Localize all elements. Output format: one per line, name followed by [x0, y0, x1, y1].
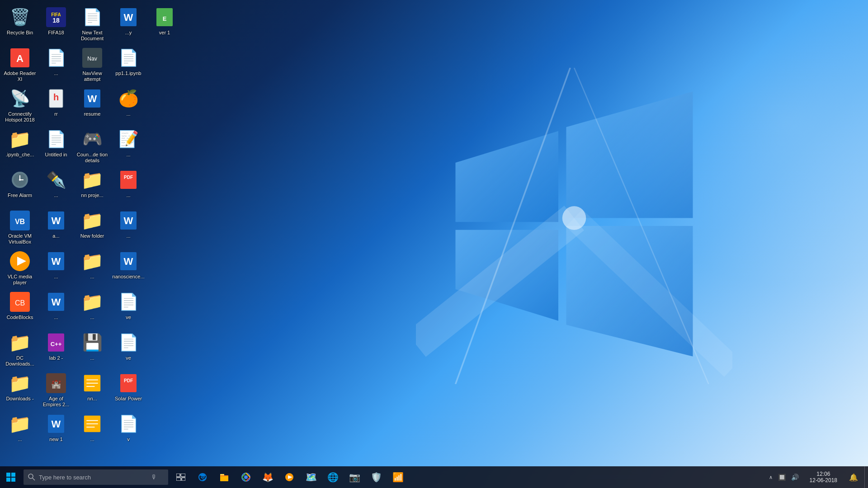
taskbar-maps[interactable]: 🗺️	[300, 466, 322, 488]
notes2-label: ...	[90, 436, 94, 442]
task-view-button[interactable]	[170, 466, 192, 488]
connectify-icon: 📡	[9, 88, 31, 109]
desktop-icon-aoe[interactable]: 🏰 Age of Empires 2...	[38, 370, 74, 410]
taskbar-chrome[interactable]	[235, 466, 257, 488]
start-button[interactable]	[0, 466, 22, 488]
svg-rect-62	[11, 478, 15, 482]
taskbar-security[interactable]: 🛡️	[365, 466, 387, 488]
desktop-icon-disk[interactable]: 💾 ...	[74, 329, 110, 370]
folder1-icon: 📁	[9, 413, 31, 435]
ve3-label: v	[127, 436, 130, 442]
text1-icon: 📄	[45, 47, 67, 69]
desktop-icon-connectify[interactable]: 📡 Connectify Hotspot 2018	[2, 85, 38, 126]
desktop-icon-quill[interactable]: ✒️ ...	[38, 166, 74, 207]
tray-volume[interactable]: 🔊	[789, 473, 801, 482]
desktop-icon-untitled[interactable]: 📄 Untitled in	[38, 126, 74, 166]
desktop-icon-new-folder[interactable]: 📁 New folder	[74, 207, 110, 248]
taskbar-clock[interactable]: 12:06 12-06-2018	[804, 466, 843, 488]
desktop-icon-text1[interactable]: 📄 ...	[38, 44, 74, 85]
ver1-label: ver 1	[159, 30, 170, 36]
svg-text:W: W	[124, 215, 133, 226]
desktop-icon-notes1[interactable]: nn...	[74, 370, 110, 410]
ve2-label: ve	[126, 355, 131, 361]
rr-icon: h	[45, 88, 67, 109]
svg-text:18: 18	[52, 17, 60, 24]
desktop-icon-folder2[interactable]: 📁 nn proje...	[74, 166, 110, 207]
desktop-icon-resume[interactable]: W resume	[74, 85, 110, 126]
notes1-label: nn...	[87, 396, 97, 402]
taskbar-wifi-app[interactable]: 📶	[387, 466, 409, 488]
desktop-icon-vlc[interactable]: VLC media player	[2, 248, 38, 288]
disk-icon: 💾	[81, 332, 103, 353]
doc-scribble-icon: 📝	[118, 128, 139, 150]
desktop-icon-adobe[interactable]: A Adobe Reader XI	[2, 44, 38, 85]
desktop-icon-ve3[interactable]: 📄 v	[110, 410, 146, 451]
system-tray: ∧ 🔲 🔊	[764, 466, 804, 488]
taskbar-edge[interactable]	[192, 466, 213, 488]
taskbar-search-bar[interactable]: 🎙	[24, 469, 168, 485]
desktop-icon-doc-scribble[interactable]: 📝 ...	[110, 126, 146, 166]
desktop-icon-solar-power[interactable]: PDF Solar Power	[110, 370, 146, 410]
desktop-icon-nanoscience[interactable]: W nanoscience...	[110, 248, 146, 288]
ver1-icon: E	[154, 6, 175, 28]
desktop-icon-fruit[interactable]: 🍊 ...	[110, 85, 146, 126]
tray-network[interactable]: 🔲	[776, 473, 788, 482]
search-input[interactable]	[39, 474, 147, 481]
cpp-icon: C++	[45, 332, 67, 353]
svg-rect-61	[6, 478, 10, 482]
adobe-label: Adobe Reader XI	[4, 70, 36, 82]
desktop-icon-pdf-scribble[interactable]: PDF ...	[110, 166, 146, 207]
desktop-icon-dc-downloads[interactable]: 📁 DC Downloads...	[2, 329, 38, 370]
show-desktop-button[interactable]	[864, 466, 868, 488]
desktop-icon-word4[interactable]: W ...y	[110, 4, 146, 44]
desktop-icon-word3[interactable]: W ...	[38, 288, 74, 329]
desktop-icon-ve1[interactable]: 📄 ve	[110, 288, 146, 329]
desktop-icon-new1[interactable]: W new 1	[38, 410, 74, 451]
solar-power-label: Solar Power	[115, 396, 142, 402]
desktop-icon-codeblocks[interactable]: CB CodeBlocks	[2, 288, 38, 329]
desktop-icon-ipynb[interactable]: 📁 .ipynb_che...	[2, 126, 38, 166]
desktop-icon-folder4[interactable]: 📁 ...	[74, 288, 110, 329]
taskbar-pinned-apps: 🦊 🗺️ 🌐 📷 🛡️ 📶	[192, 466, 764, 488]
recycle-bin-icon: 🗑️	[9, 6, 31, 28]
cpp-label: lab 2 -	[49, 355, 63, 361]
desktop-icon-recycle-bin[interactable]: 🗑️ Recycle Bin	[2, 4, 38, 44]
downloads-label: Downloads -	[6, 396, 33, 402]
resume-icon: W	[81, 88, 103, 109]
clock-time: 12:06	[816, 471, 830, 477]
connectify-label: Connectify Hotspot 2018	[4, 111, 36, 123]
desktop-icon-fifa18[interactable]: FIFA18 FIFA18	[38, 4, 74, 44]
notification-button[interactable]: 🔔	[843, 466, 864, 488]
desktop-icon-downloads[interactable]: 📁 Downloads -	[2, 370, 38, 410]
taskbar-firefox[interactable]: 🦊	[257, 466, 278, 488]
desktop-icon-word5[interactable]: W ...	[110, 207, 146, 248]
word3-label: ...	[54, 314, 58, 320]
desktop-icon-word2[interactable]: W ...	[38, 248, 74, 288]
vlc-label: VLC media player	[4, 274, 36, 286]
desktop-icon-free-alarm[interactable]: Free Alarm	[2, 166, 38, 207]
codeblocks-icon: CB	[9, 291, 31, 313]
desktop-icon-folder1[interactable]: 📁 ...	[2, 410, 38, 451]
desktop-icon-notes2[interactable]: ...	[74, 410, 110, 451]
folder3-label: ...	[90, 274, 94, 280]
desktop-icon-pp1[interactable]: 📄 pp1.1.ipynb	[110, 44, 146, 85]
desktop-icon-navview[interactable]: Nav NavView attempt	[74, 44, 110, 85]
ve2-icon: 📄	[118, 332, 139, 353]
taskbar-vlc[interactable]	[278, 466, 300, 488]
word2-label: ...	[54, 274, 58, 280]
desktop-icon-rr[interactable]: h rr	[38, 85, 74, 126]
desktop-icon-ve2[interactable]: 📄 ve	[110, 329, 146, 370]
recycle-bin-label: Recycle Bin	[7, 30, 33, 36]
desktop-icon-new-text-doc[interactable]: 📄 New Text Document	[74, 4, 110, 44]
taskbar-internet[interactable]: 🌐	[322, 466, 344, 488]
desktop-icon-folder3[interactable]: 📁 ...	[74, 248, 110, 288]
desktop-icon-word1[interactable]: W a...	[38, 207, 74, 248]
desktop-icon-cpp[interactable]: C++ lab 2 -	[38, 329, 74, 370]
counter-icon: 🎮	[81, 128, 103, 150]
tray-expand[interactable]: ∧	[767, 474, 774, 481]
desktop-icon-virtualbox[interactable]: VB Oracle VM VirtualBox	[2, 207, 38, 248]
desktop-icon-ver1[interactable]: E ver 1	[146, 4, 183, 44]
taskbar-photos[interactable]: 📷	[344, 466, 365, 488]
taskbar-file-explorer[interactable]	[213, 466, 235, 488]
desktop-icon-counter[interactable]: 🎮 Coun...de tion details	[74, 126, 110, 166]
